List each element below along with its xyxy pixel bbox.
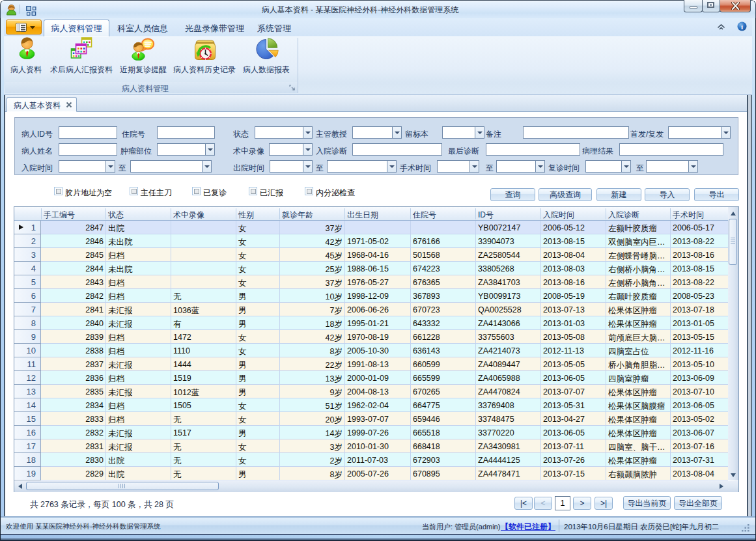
svg-text:i: i bbox=[741, 23, 743, 31]
